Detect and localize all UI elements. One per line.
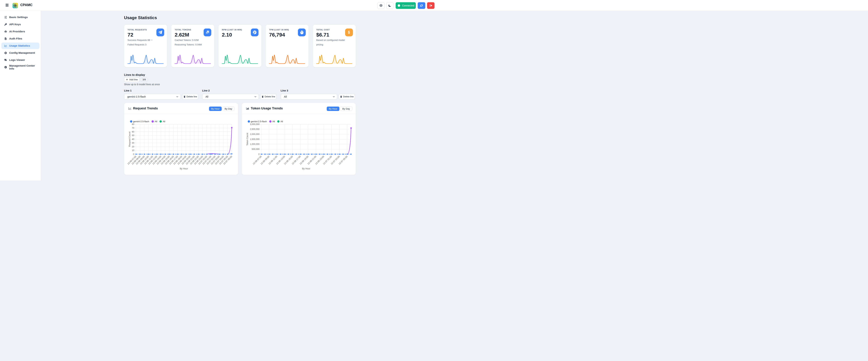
svg-text:30: 30 xyxy=(132,142,134,144)
svg-text:2,000,000: 2,000,000 xyxy=(250,133,259,136)
svg-text:10: 10 xyxy=(132,149,134,151)
svg-text:Token Count: Token Count xyxy=(246,133,249,145)
svg-text:Request Count: Request Count xyxy=(128,132,131,147)
svg-text:80: 80 xyxy=(132,123,134,126)
svg-text:20: 20 xyxy=(132,145,134,148)
svg-text:40: 40 xyxy=(132,138,134,140)
svg-text:By Hour: By Hour xyxy=(180,167,188,170)
svg-text:1,000,000: 1,000,000 xyxy=(250,143,259,145)
svg-text:50: 50 xyxy=(132,134,134,137)
svg-text:3,000,000: 3,000,000 xyxy=(250,123,259,126)
svg-text:2,500,000: 2,500,000 xyxy=(250,128,259,131)
svg-text:60: 60 xyxy=(132,131,134,133)
svg-text:0: 0 xyxy=(133,153,134,156)
svg-text:500,000: 500,000 xyxy=(252,148,259,150)
svg-text:By Hour: By Hour xyxy=(302,167,310,170)
svg-text:70: 70 xyxy=(132,127,134,129)
svg-text:1,500,000: 1,500,000 xyxy=(250,138,259,140)
svg-text:0: 0 xyxy=(258,153,259,156)
